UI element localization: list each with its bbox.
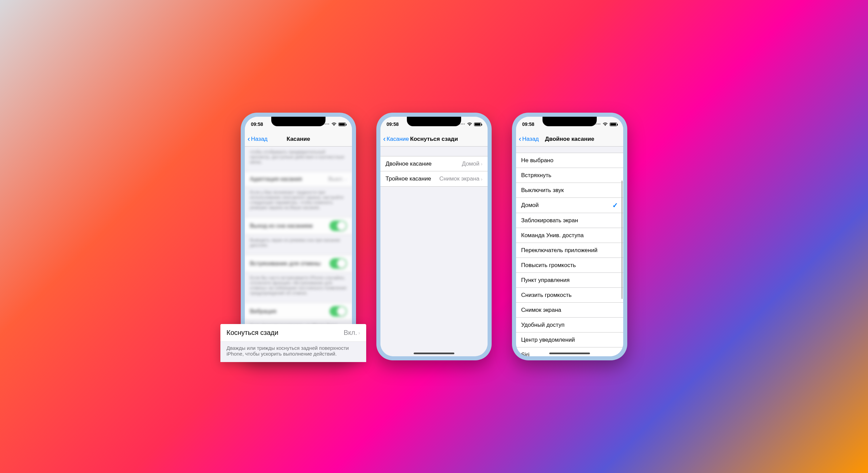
- option-label: Выключить звук: [521, 187, 564, 194]
- option-row[interactable]: Домой✓: [516, 198, 623, 213]
- option-label: Siri: [521, 352, 530, 357]
- option-label: Пункт управления: [521, 277, 570, 284]
- back-button[interactable]: ‹ Назад: [516, 135, 539, 143]
- nav-bar: ‹ Касание Коснуться сзади: [380, 132, 488, 147]
- option-label: Не выбрано: [521, 157, 553, 164]
- option-label: Команда Унив. доступа: [521, 232, 584, 239]
- row-adaptation[interactable]: Адаптация касания Выкл.›: [245, 172, 352, 187]
- option-row[interactable]: Пункт управления: [516, 273, 623, 288]
- backtap-label: Коснуться сзади: [226, 329, 278, 337]
- notch: [407, 117, 461, 126]
- scrollbar[interactable]: [622, 181, 623, 349]
- back-button[interactable]: ‹ Назад: [245, 135, 268, 143]
- option-row[interactable]: Команда Унив. доступа: [516, 228, 623, 243]
- row-label: Тройное касание: [386, 175, 431, 182]
- row-vibration[interactable]: Вибрация: [245, 303, 352, 320]
- phone-mockup-2: 09:58 •••• ‹ Касание Коснуться сзади Дво…: [376, 113, 492, 360]
- option-row[interactable]: Не выбрано: [516, 153, 623, 168]
- option-row[interactable]: Заблокировать экран: [516, 213, 623, 228]
- option-row[interactable]: Встряхнуть: [516, 168, 623, 183]
- option-label: Переключатель приложений: [521, 247, 597, 254]
- nav-bar: ‹ Назад Касание: [245, 132, 352, 147]
- toggle-on[interactable]: [330, 306, 347, 317]
- option-row[interactable]: Переключатель приложений: [516, 243, 623, 258]
- back-label: Касание: [387, 136, 409, 143]
- option-row[interactable]: Снимок экрана: [516, 303, 623, 318]
- row-value: Домой: [462, 160, 479, 167]
- blurred-desc: чтобы отображать предварительный просмот…: [245, 147, 352, 171]
- option-label: Встряхнуть: [521, 172, 551, 179]
- battery-icon: [610, 122, 617, 126]
- notch: [271, 117, 326, 126]
- wifi-icon: [331, 122, 337, 126]
- wifi-icon: [603, 122, 608, 126]
- back-label: Назад: [522, 136, 539, 143]
- status-time: 09:58: [251, 121, 263, 127]
- battery-icon: [474, 122, 481, 126]
- row-value: Снимок экрана: [439, 175, 479, 182]
- home-indicator[interactable]: [549, 353, 590, 354]
- option-row[interactable]: Центр уведомлений: [516, 333, 623, 347]
- backtap-footer: Дважды или трижды коснуться задней повер…: [220, 342, 366, 362]
- option-label: Домой: [521, 202, 539, 209]
- backtap-value: Вкл.: [343, 329, 357, 337]
- status-time: 09:58: [522, 121, 534, 127]
- status-time: 09:58: [387, 121, 399, 127]
- option-row[interactable]: Выключить звук: [516, 183, 623, 198]
- wifi-icon: [467, 122, 472, 126]
- option-row[interactable]: Повысить громкость: [516, 258, 623, 273]
- option-label: Заблокировать экран: [521, 217, 578, 224]
- option-label: Снимок экрана: [521, 307, 561, 314]
- chevron-right-icon: ›: [358, 330, 360, 336]
- chevron-right-icon: ›: [481, 176, 482, 182]
- phone-mockup-1: 09:58 •••• ‹ Назад Касание чтобы отображ…: [241, 113, 356, 360]
- toggle-on[interactable]: [330, 258, 347, 269]
- home-indicator[interactable]: [414, 353, 454, 354]
- settings-row[interactable]: Тройное касаниеСнимок экрана›: [380, 171, 488, 186]
- toggle-on[interactable]: [330, 221, 347, 231]
- settings-row[interactable]: Двойное касаниеДомой›: [380, 156, 488, 171]
- option-label: Удобный доступ: [521, 322, 565, 328]
- battery-icon: [338, 122, 346, 126]
- row-shake[interactable]: Встряхивание для отмены: [245, 255, 352, 272]
- notch: [542, 117, 597, 126]
- blurred-desc: Если у Вас возникают трудности при испол…: [245, 187, 352, 217]
- chevron-left-icon: ‹: [383, 135, 386, 143]
- settings-content[interactable]: Не выбраноВстряхнутьВыключить звукДомой✓…: [516, 147, 623, 356]
- nav-bar: ‹ Назад Двойное касание: [516, 132, 623, 147]
- chevron-right-icon: ›: [345, 176, 347, 182]
- option-label: Повысить громкость: [521, 262, 576, 269]
- back-button[interactable]: ‹ Касание: [380, 135, 409, 143]
- row-label: Двойное касание: [386, 160, 432, 167]
- blurred-desc: Если Вы часто встряхиваете iPhone случай…: [245, 272, 352, 302]
- checkmark-icon: ✓: [612, 201, 618, 209]
- callout-backtap: Коснуться сзади Вкл. › Дважды или трижды…: [220, 324, 366, 362]
- phone-mockup-3: 09:58 •••• ‹ Назад Двойное касание Не вы…: [512, 113, 627, 360]
- blurred-desc: Выводить экран из режима сна при касании…: [245, 235, 352, 254]
- option-row[interactable]: Снизить громкость: [516, 288, 623, 303]
- option-row[interactable]: Удобный доступ: [516, 318, 623, 333]
- row-wake[interactable]: Выход из сна касанием: [245, 217, 352, 234]
- chevron-right-icon: ›: [481, 161, 482, 167]
- chevron-left-icon: ‹: [519, 135, 521, 143]
- row-backtap[interactable]: Коснуться сзади Вкл. ›: [220, 324, 366, 342]
- option-row[interactable]: Siri: [516, 347, 623, 356]
- back-label: Назад: [251, 136, 268, 143]
- option-label: Снизить громкость: [521, 292, 572, 299]
- option-label: Центр уведомлений: [521, 337, 575, 343]
- chevron-left-icon: ‹: [248, 135, 250, 143]
- settings-content[interactable]: Двойное касаниеДомой›Тройное касаниеСним…: [380, 147, 488, 356]
